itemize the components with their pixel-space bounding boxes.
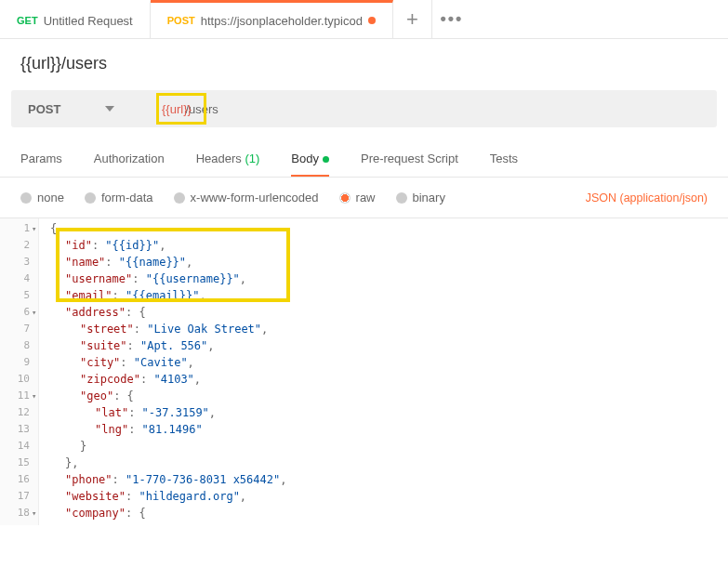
method-badge: POST [167, 15, 195, 26]
tab-prerequest[interactable]: Pre-request Script [361, 152, 458, 177]
tab-tests[interactable]: Tests [490, 152, 518, 177]
method-label: POST [28, 102, 60, 116]
plus-icon: + [406, 7, 418, 32]
request-name: {{url}}/users [0, 39, 728, 83]
unsaved-dot-icon [368, 17, 376, 24]
new-tab-button[interactable]: + [393, 0, 432, 38]
body-editor[interactable]: 1▾{2"id": "{{id}}",3"name": "{{name}}",4… [0, 218, 728, 523]
tab-authorization[interactable]: Authorization [94, 152, 165, 177]
tab-params[interactable]: Params [20, 152, 62, 177]
method-url-bar: POST {{url}} [11, 90, 717, 127]
body-type-options: none form-data x-www-form-urlencoded raw… [0, 178, 728, 218]
tab-title: https://jsonplaceholder.typicod [201, 14, 363, 28]
tab-post-jsonplaceholder[interactable]: POST https://jsonplaceholder.typicod [151, 0, 393, 38]
method-badge: GET [17, 15, 38, 26]
code-area[interactable]: 1▾{2"id": "{{id}}",3"name": "{{name}}",4… [39, 218, 728, 523]
radio-urlencoded[interactable]: x-www-form-urlencoded [174, 191, 319, 204]
content-type-select[interactable]: JSON (application/json) [586, 191, 708, 204]
tab-body[interactable]: Body [291, 152, 329, 177]
radio-formdata[interactable]: form-data [85, 191, 153, 204]
request-subtabs: Params Authorization Headers (1) Body Pr… [0, 127, 728, 178]
tab-title: Untitled Request [44, 14, 133, 28]
radio-icon [339, 192, 351, 204]
radio-icon [20, 192, 32, 204]
tab-headers[interactable]: Headers (1) [196, 152, 260, 177]
radio-icon [174, 192, 185, 204]
radio-raw[interactable]: raw [339, 191, 376, 204]
radio-none[interactable]: none [20, 191, 64, 204]
radio-icon [396, 192, 407, 204]
radio-binary[interactable]: binary [396, 191, 445, 204]
modified-dot-icon [323, 156, 329, 163]
url-input[interactable] [131, 102, 717, 116]
tab-get-untitled[interactable]: GET Untitled Request [0, 0, 151, 38]
tabs-bar: GET Untitled Request POST https://jsonpl… [0, 0, 728, 39]
more-icon: ••• [440, 9, 463, 29]
radio-icon [85, 192, 96, 204]
method-select[interactable]: POST [11, 102, 131, 116]
tab-options-button[interactable]: ••• [432, 0, 471, 38]
chevron-down-icon [105, 106, 114, 112]
